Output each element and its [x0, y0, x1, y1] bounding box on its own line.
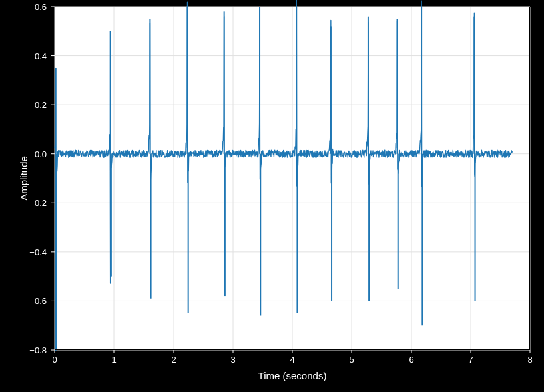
- waveform-line: [55, 0, 512, 351]
- x-tick-label: 6: [409, 355, 413, 364]
- x-tick-label: 4: [290, 355, 294, 364]
- y-tick-label: 0.0: [35, 149, 47, 158]
- x-tick-label: 5: [349, 355, 354, 364]
- y-tick-label: −0.2: [29, 199, 47, 207]
- y-tick-label: −0.8: [29, 346, 47, 355]
- y-tick-label: 0.6: [35, 3, 47, 11]
- chart-canvas: [55, 7, 530, 350]
- x-tick-label: 1: [111, 355, 116, 364]
- y-tick-label: 0.2: [35, 101, 47, 109]
- y-tick-label: 0.4: [35, 51, 47, 60]
- x-tick-label: 0: [52, 355, 57, 364]
- figure: 012345678−0.8−0.6−0.4−0.20.00.20.40.6 Ti…: [0, 0, 544, 392]
- y-tick-label: −0.6: [29, 297, 47, 305]
- x-axis-label: Time (seconds): [55, 370, 530, 381]
- x-tick-label: 2: [171, 355, 176, 364]
- x-tick-label: 7: [468, 355, 473, 364]
- y-axis-label: Amplitude: [18, 7, 29, 350]
- x-tick-label: 3: [230, 355, 235, 364]
- chart-axes: [55, 7, 530, 350]
- y-tick-label: −0.4: [29, 247, 47, 256]
- x-tick-label: 8: [527, 355, 532, 364]
